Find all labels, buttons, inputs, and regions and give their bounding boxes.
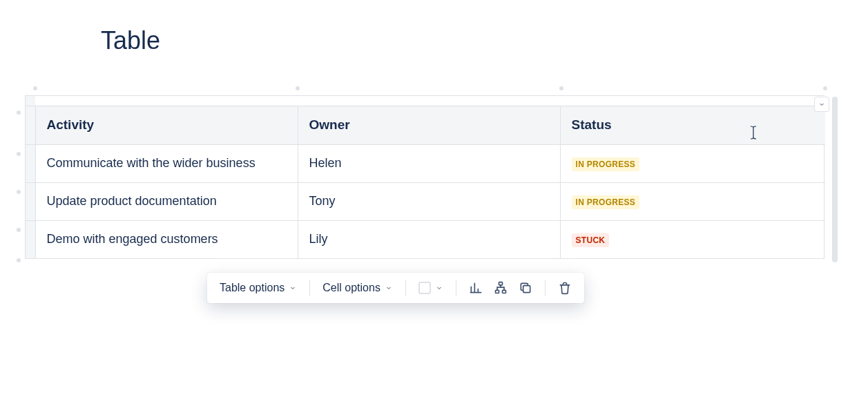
cell-status[interactable]: STUCK bbox=[560, 220, 825, 258]
separator bbox=[405, 280, 406, 296]
cell-owner[interactable]: Tony bbox=[298, 182, 560, 220]
table-row[interactable]: Demo with engaged customers Lily STUCK bbox=[26, 220, 825, 258]
chevron-down-icon bbox=[385, 284, 393, 292]
cell-owner[interactable]: Lily bbox=[298, 220, 560, 258]
svg-rect-1 bbox=[495, 290, 499, 293]
table-row[interactable]: Update product documentation Tony IN PRO… bbox=[26, 182, 825, 220]
decor-dot bbox=[17, 152, 21, 156]
table-row[interactable]: Communicate with the wider business Hele… bbox=[26, 144, 825, 182]
decor-dot bbox=[17, 110, 21, 115]
cell-options-button[interactable]: Cell options bbox=[317, 278, 398, 298]
cell-activity[interactable]: Communicate with the wider business bbox=[35, 144, 298, 182]
cell-activity[interactable]: Demo with engaged customers bbox=[35, 220, 298, 258]
decor-dot bbox=[17, 190, 21, 194]
separator bbox=[456, 280, 456, 296]
decor-dot bbox=[33, 86, 37, 90]
cell-owner[interactable]: Helen bbox=[298, 144, 560, 182]
cell-activity[interactable]: Update product documentation bbox=[35, 182, 298, 220]
chevron-down-icon bbox=[435, 284, 443, 292]
status-badge: IN PROGRESS bbox=[572, 195, 640, 209]
decor-dot bbox=[17, 228, 21, 232]
cell-color-button[interactable] bbox=[413, 278, 449, 298]
row-handle[interactable] bbox=[26, 144, 35, 182]
table-options-button[interactable]: Table options bbox=[214, 278, 302, 298]
sitemap-button[interactable] bbox=[488, 277, 513, 299]
svg-rect-0 bbox=[499, 282, 502, 285]
scrollbar[interactable] bbox=[832, 97, 838, 262]
copy-button[interactable] bbox=[513, 277, 538, 299]
column-header-status[interactable]: Status bbox=[560, 106, 825, 144]
data-table[interactable]: Activity Owner Status Communicate with t… bbox=[25, 95, 824, 259]
status-badge: STUCK bbox=[572, 233, 610, 247]
status-badge: IN PROGRESS bbox=[572, 157, 640, 171]
chevron-down-icon bbox=[289, 284, 297, 292]
sitemap-icon bbox=[494, 281, 508, 295]
page-title: Table bbox=[101, 26, 160, 55]
decor-dot bbox=[823, 86, 827, 90]
separator bbox=[309, 280, 310, 296]
delete-button[interactable] bbox=[552, 277, 577, 299]
column-menu-button[interactable] bbox=[814, 97, 829, 112]
chevron-down-icon bbox=[818, 100, 826, 108]
row-handle[interactable] bbox=[26, 182, 35, 220]
copy-icon bbox=[519, 281, 532, 295]
row-handle-header[interactable] bbox=[26, 106, 35, 144]
chart-button[interactable] bbox=[463, 277, 488, 299]
separator bbox=[545, 280, 546, 296]
decor-dot bbox=[296, 86, 300, 90]
row-handle[interactable] bbox=[26, 220, 35, 258]
cell-status[interactable]: IN PROGRESS bbox=[560, 144, 825, 182]
decor-dot bbox=[17, 258, 21, 262]
svg-rect-3 bbox=[523, 286, 530, 293]
trash-icon bbox=[558, 281, 572, 295]
column-header-owner[interactable]: Owner bbox=[298, 106, 560, 144]
color-swatch bbox=[418, 282, 431, 294]
chart-icon bbox=[469, 281, 483, 295]
cell-status[interactable]: IN PROGRESS bbox=[560, 182, 825, 220]
table-toolbar: Table options Cell options bbox=[207, 273, 584, 303]
svg-rect-2 bbox=[502, 290, 505, 293]
column-header-activity[interactable]: Activity bbox=[35, 106, 298, 144]
decor-dot bbox=[559, 86, 563, 90]
